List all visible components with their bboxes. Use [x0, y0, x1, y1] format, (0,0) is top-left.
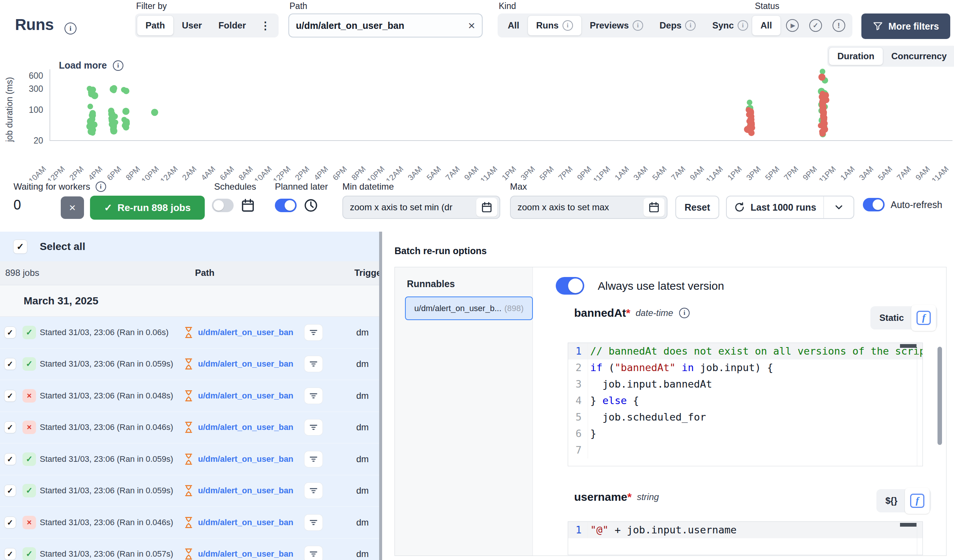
code-line[interactable]: 7 — [568, 442, 923, 459]
code-line[interactable]: 5 job.scheduled_for — [568, 409, 923, 425]
reset-button[interactable]: Reset — [675, 196, 719, 219]
status-failure[interactable]: ! — [827, 16, 851, 36]
hourglass-icon-wrap — [182, 421, 195, 433]
code-text — [588, 442, 923, 459]
row-filter-chip[interactable] — [304, 356, 323, 372]
row-path-link[interactable]: u/dm/alert_on_user_ban — [198, 391, 293, 401]
failure-badge: × — [22, 516, 36, 529]
username-expr-button[interactable]: f — [905, 488, 930, 514]
max-calendar-button[interactable] — [644, 198, 664, 217]
kind-runs[interactable]: Runs i — [528, 16, 581, 36]
planned-later-label: Planned later — [275, 181, 328, 192]
row-checkbox[interactable]: ✓ — [5, 327, 16, 338]
last-runs-dropdown-button[interactable] — [824, 196, 854, 219]
row-filter-chip[interactable] — [304, 515, 323, 530]
row-checkbox[interactable]: ✓ — [5, 548, 16, 560]
row-path-link[interactable]: u/dm/alert_on_user_ban — [198, 328, 293, 338]
clear-path-icon[interactable]: × — [468, 20, 475, 31]
job-row[interactable]: ✓✓Started 31/03, 23:06 (Ran in 0.06s)u/d… — [0, 317, 379, 348]
row-filter-chip[interactable] — [304, 483, 323, 499]
svg-text:3AM: 3AM — [406, 165, 424, 180]
row-path-link[interactable]: u/dm/alert_on_user_ban — [198, 549, 293, 559]
row-checkbox[interactable]: ✓ — [5, 390, 16, 401]
job-row[interactable]: ✓✓Started 31/03, 23:06 (Ran in 0.057s)u/… — [0, 539, 379, 560]
hourglass-icon — [182, 327, 195, 339]
username-template-label[interactable]: ${} — [878, 496, 905, 506]
kind-previews-info-icon: i — [633, 20, 643, 31]
job-row[interactable]: ✓✓Started 31/03, 23:06 (Ran in 0.059s)u/… — [0, 348, 379, 380]
latest-version-toggle[interactable] — [556, 277, 584, 295]
editor-hscrollbar[interactable] — [900, 344, 917, 348]
kind-all[interactable]: All — [499, 16, 528, 36]
runnable-chip[interactable]: u/dm/alert_on_user_b... (898) — [405, 297, 533, 320]
filter-by-folder[interactable]: Folder — [210, 16, 254, 36]
kind-segmented: All Runs i Previews i Deps i Sync i — [497, 14, 758, 37]
min-datetime-input[interactable]: zoom x axis to set min (dr — [342, 196, 500, 219]
svg-text:5PM: 5PM — [764, 165, 781, 180]
filter-by-more-icon[interactable]: ⋮ — [254, 16, 277, 36]
bannedat-static-label[interactable]: Static — [872, 313, 911, 323]
bannedat-code-editor[interactable]: 1// bannedAt does not exist on all versi… — [568, 342, 923, 466]
row-path-link[interactable]: u/dm/alert_on_user_ban — [198, 454, 293, 464]
editor-hscrollbar[interactable] — [900, 523, 917, 527]
row-path-link[interactable]: u/dm/alert_on_user_ban — [198, 359, 293, 369]
kind-sync[interactable]: Sync i — [704, 16, 756, 36]
min-calendar-button[interactable] — [476, 198, 497, 217]
code-line[interactable]: 1// bannedAt does not exist on all versi… — [568, 343, 923, 359]
code-line[interactable]: 3 job.input.bannedAt — [568, 376, 923, 392]
auto-refresh-toggle[interactable] — [863, 198, 885, 212]
planned-later-toggle[interactable] — [275, 199, 297, 212]
row-checkbox[interactable]: ✓ — [5, 485, 16, 496]
row-checkbox[interactable]: ✓ — [5, 517, 16, 528]
view-concurrency[interactable]: Concurrency — [883, 47, 954, 65]
kind-deps[interactable]: Deps i — [652, 16, 704, 36]
row-filter-chip[interactable] — [304, 388, 323, 404]
job-row[interactable]: ✓×Started 31/03, 23:06 (Ran in 0.046s)u/… — [0, 507, 379, 539]
status-all[interactable]: All — [752, 16, 781, 36]
duration-scatter-chart[interactable]: job duration (ms)6003001002010AM12PM2PM4… — [0, 56, 954, 180]
row-filter-chip[interactable] — [304, 546, 323, 560]
row-path-link[interactable]: u/dm/alert_on_user_ban — [198, 518, 293, 527]
kind-previews[interactable]: Previews i — [581, 16, 652, 36]
code-line[interactable]: 4} else { — [568, 392, 923, 409]
bannedat-info-icon[interactable]: i — [679, 308, 690, 318]
username-code-editor[interactable]: 1"@" + job.input.username — [568, 521, 923, 555]
row-path-link[interactable]: u/dm/alert_on_user_ban — [198, 486, 293, 496]
batch-rerun-panel: Runnables u/dm/alert_on_user_b... (898) … — [394, 267, 946, 556]
code-line[interactable]: 6} — [568, 425, 923, 442]
load-more[interactable]: Load more i — [59, 60, 123, 71]
panel-splitter[interactable] — [379, 232, 382, 560]
code-line[interactable]: 2if ("bannedAt" in job.input) { — [568, 359, 923, 376]
row-checkbox[interactable]: ✓ — [5, 422, 16, 433]
jobs-count: 898 jobs — [5, 268, 39, 278]
last-runs-button[interactable]: Last 1000 runs — [726, 196, 824, 219]
status-success[interactable]: ✓ — [804, 16, 827, 36]
runs-info-icon[interactable]: i — [64, 22, 76, 34]
row-checkbox[interactable]: ✓ — [5, 454, 16, 465]
panel-scrollbar[interactable] — [937, 347, 942, 445]
code-line[interactable]: 1"@" + job.input.username — [568, 522, 923, 538]
svg-text:4PM: 4PM — [312, 165, 330, 180]
job-row[interactable]: ✓✓Started 31/03, 23:06 (Ran in 0.059s)u/… — [0, 443, 379, 475]
filter-by-user[interactable]: User — [174, 16, 210, 36]
status-running[interactable]: ▶ — [781, 16, 804, 36]
row-filter-chip[interactable] — [304, 451, 323, 467]
select-all-checkbox[interactable]: ✓ — [14, 240, 27, 254]
job-row[interactable]: ✓✓Started 31/03, 23:06 (Ran in 0.059s)u/… — [0, 475, 379, 507]
hourglass-icon — [182, 390, 195, 402]
job-row[interactable]: ✓×Started 31/03, 23:06 (Ran in 0.048s)u/… — [0, 380, 379, 412]
schedules-toggle[interactable] — [212, 199, 234, 212]
filter-by-path[interactable]: Path — [137, 16, 174, 36]
max-datetime-input[interactable]: zoom x axis to set max — [510, 196, 667, 219]
more-filters-button[interactable]: More filters — [861, 14, 950, 39]
path-filter-input[interactable]: u/dm/alert_on_user_ban × — [288, 14, 483, 37]
row-path-link[interactable]: u/dm/alert_on_user_ban — [198, 422, 293, 432]
view-duration[interactable]: Duration — [829, 47, 883, 65]
job-row[interactable]: ✓×Started 31/03, 23:06 (Ran in 0.046s)u/… — [0, 412, 379, 444]
row-filter-chip[interactable] — [304, 420, 323, 435]
row-checkbox[interactable]: ✓ — [5, 358, 16, 370]
rerun-jobs-button[interactable]: ✓ Re-run 898 jobs — [90, 196, 205, 220]
cancel-selection-button[interactable]: × — [61, 196, 84, 219]
row-filter-chip[interactable] — [304, 325, 323, 340]
bannedat-expr-button[interactable]: f — [911, 305, 936, 331]
